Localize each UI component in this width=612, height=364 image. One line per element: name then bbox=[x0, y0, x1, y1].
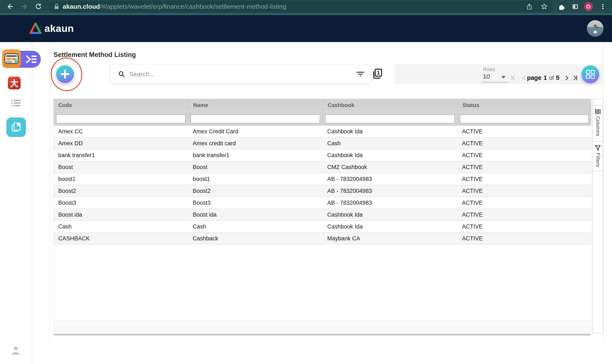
browser-reload-icon[interactable] bbox=[34, 3, 42, 10]
rows-per-page-select[interactable]: 10 bbox=[483, 73, 490, 80]
table-cell: ACTIVE bbox=[457, 173, 591, 185]
of-word: of bbox=[549, 75, 554, 81]
table-row[interactable]: Amex CCAmex Credit CardCashbook IdaACTIV… bbox=[53, 126, 591, 138]
cash-register-icon: $ bbox=[4, 53, 18, 65]
user-avatar[interactable] bbox=[587, 20, 603, 37]
previous-page-button[interactable] bbox=[521, 75, 527, 81]
url-bar[interactable]: akaun.cloud/#/applets/wavelet/erp/financ… bbox=[49, 1, 553, 12]
grid-view-button[interactable] bbox=[581, 65, 599, 83]
last-page-button[interactable] bbox=[572, 75, 578, 81]
table-filter-row bbox=[53, 112, 591, 126]
sidebar-item-dai-applet[interactable] bbox=[8, 77, 21, 90]
table-footer-band bbox=[53, 321, 591, 327]
column-header-name[interactable]: Name bbox=[188, 99, 323, 112]
single-page-copies-icon[interactable]: 1 bbox=[372, 68, 383, 79]
app-header: akaun bbox=[0, 15, 612, 42]
table-cell: boost1 bbox=[188, 173, 323, 185]
sidebar-item-pos-applet[interactable]: $ bbox=[2, 49, 21, 68]
table-cell: Cashbook Ida bbox=[323, 221, 457, 232]
tab-filters-label: Filters bbox=[595, 153, 601, 167]
table-cell: Cash bbox=[323, 138, 457, 149]
logo-text: akaun bbox=[44, 23, 74, 34]
table-cell: Cashbook Ida bbox=[323, 150, 457, 161]
column-filter-input-code[interactable] bbox=[56, 115, 186, 123]
page-word: page bbox=[527, 74, 541, 81]
table-cell: CMZ Cashbook bbox=[323, 161, 457, 173]
akaun-logo[interactable]: akaun bbox=[29, 22, 74, 34]
table-row[interactable]: Boost idaBoost idaCashbook IdaACTIVE bbox=[53, 209, 591, 221]
table-cell: AB - 7832004983 bbox=[323, 197, 457, 208]
select-caret-icon[interactable] bbox=[501, 76, 506, 78]
grid-icon bbox=[586, 70, 595, 79]
table-cell: Amex DD bbox=[53, 138, 188, 149]
sidebar-item-ledger-applet[interactable] bbox=[6, 117, 26, 137]
table-row[interactable]: CashCashCashbook IdaACTIVE bbox=[53, 221, 591, 233]
pagination-status: page 1 of 5 bbox=[527, 74, 559, 81]
table-cell: Cash bbox=[188, 221, 323, 232]
extensions-puzzle-icon[interactable] bbox=[558, 3, 565, 11]
column-header-cashbook[interactable]: Cashbook bbox=[323, 99, 457, 112]
table-row[interactable]: Boost2Boost2AB - 7832004983ACTIVE bbox=[53, 185, 591, 197]
browser-back-icon[interactable] bbox=[6, 3, 13, 10]
column-filter-input-name[interactable] bbox=[191, 115, 320, 123]
book-bookmark-icon bbox=[11, 122, 22, 133]
settlement-method-table: CodeNameCashbookStatus Amex CCAmex Credi… bbox=[53, 99, 592, 336]
table-cell: Cash bbox=[53, 221, 188, 232]
chrome-bottom-strip bbox=[0, 13, 612, 15]
rows-label: Rows bbox=[483, 67, 495, 72]
table-cell: AB - 7832004983 bbox=[323, 173, 457, 185]
table-cell: bank transfer1 bbox=[53, 150, 188, 161]
column-filter-input-cashbook[interactable] bbox=[325, 115, 455, 123]
table-row[interactable]: Boost3Boost3AB - 7832004983ACTIVE bbox=[53, 197, 591, 209]
page-title: Settlement Method Listing bbox=[53, 51, 136, 59]
table-cell: Cashbook Ida bbox=[323, 209, 457, 221]
table-row[interactable]: BoostBoostCMZ CashbookACTIVE bbox=[53, 161, 591, 173]
table-cell: Boost ida bbox=[188, 209, 323, 221]
tab-columns-label: Columns bbox=[595, 116, 601, 136]
table-row[interactable]: CASHBACKCashbackMaybank CAACTIVE bbox=[53, 233, 591, 245]
column-header-status[interactable]: Status bbox=[457, 99, 591, 112]
table-row[interactable]: Amex DDAmex credit cardCashACTIVE bbox=[53, 138, 591, 150]
side-panel-icon[interactable] bbox=[572, 3, 579, 11]
table-cell: Maybank CA bbox=[323, 233, 457, 244]
table-cell: Boost2 bbox=[53, 185, 188, 197]
chinese-character-icon bbox=[10, 78, 19, 88]
table-row[interactable]: bank transfer1bank transfer1Cashbook Ida… bbox=[53, 150, 591, 161]
table-row[interactable]: boost1boost1AB - 7832004983ACTIVE bbox=[53, 173, 591, 185]
add-settlement-method-button[interactable] bbox=[56, 65, 74, 83]
profile-initial: O bbox=[586, 4, 590, 10]
menu-open-icon bbox=[26, 54, 37, 64]
table-cell: ACTIVE bbox=[457, 126, 591, 137]
horizontal-scrollbar[interactable] bbox=[54, 334, 591, 336]
bookmark-star-icon[interactable] bbox=[541, 3, 548, 10]
sidebar-user-icon[interactable] bbox=[11, 345, 21, 355]
browser-profile-avatar[interactable]: O bbox=[584, 2, 593, 11]
browser-menu-icon[interactable] bbox=[599, 3, 607, 11]
search-icon bbox=[118, 70, 125, 78]
side-strip-spacer bbox=[592, 99, 603, 106]
table-body: Amex CCAmex Credit CardCashbook IdaACTIV… bbox=[53, 126, 591, 245]
table-cell: Amex Credit Card bbox=[188, 126, 323, 137]
tab-columns[interactable]: Columns bbox=[592, 106, 603, 142]
browser-forward-icon[interactable] bbox=[21, 3, 28, 10]
search-input[interactable] bbox=[129, 70, 356, 78]
filter-cell bbox=[323, 112, 457, 126]
content-top-divider bbox=[53, 48, 601, 48]
first-page-button[interactable] bbox=[510, 75, 516, 81]
filter-lines-icon[interactable] bbox=[356, 71, 364, 77]
select-underline bbox=[482, 82, 509, 82]
sidebar-item-list[interactable] bbox=[11, 99, 21, 107]
tab-filters[interactable]: Filters bbox=[592, 142, 603, 171]
total-pages: 5 bbox=[556, 74, 559, 81]
table-cell: ACTIVE bbox=[457, 185, 591, 197]
table-cell: AB - 7832004983 bbox=[323, 185, 457, 197]
table-cell: Cashback bbox=[188, 233, 323, 244]
column-filter-input-status[interactable] bbox=[460, 115, 589, 123]
table-cell: Cashbook Ida bbox=[323, 126, 457, 137]
table-cell: boost1 bbox=[53, 173, 188, 185]
table-cell: ACTIVE bbox=[457, 233, 591, 244]
column-header-code[interactable]: Code bbox=[53, 99, 188, 112]
table-cell: ACTIVE bbox=[457, 161, 591, 173]
share-icon[interactable] bbox=[526, 3, 533, 10]
next-page-button[interactable] bbox=[564, 75, 570, 81]
